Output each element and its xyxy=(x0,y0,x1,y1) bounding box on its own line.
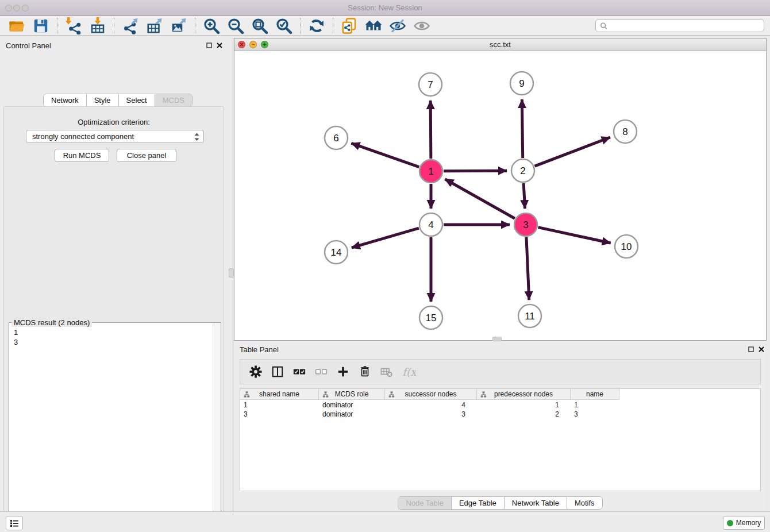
export-network-button[interactable] xyxy=(122,17,139,34)
memory-button[interactable]: Memory xyxy=(723,516,765,530)
hide-selected-button[interactable] xyxy=(389,17,406,34)
table-cell[interactable]: 1 xyxy=(477,400,571,410)
graph-node-label-1: 1 xyxy=(428,166,433,177)
tab-network[interactable]: Network xyxy=(44,94,87,106)
column-header-label: successor nodes xyxy=(405,390,456,398)
tab-node-table[interactable]: Node Table xyxy=(398,497,452,509)
import-table-button[interactable] xyxy=(89,17,106,34)
delete-row-button[interactable] xyxy=(357,364,372,379)
tab-edge-table[interactable]: Edge Table xyxy=(452,497,505,509)
table-cell[interactable]: 3 xyxy=(385,410,477,419)
vertical-splitter-handle[interactable] xyxy=(229,268,234,277)
float-table-panel-icon[interactable] xyxy=(748,346,754,353)
search-field[interactable] xyxy=(595,19,764,32)
zoom-out-button[interactable] xyxy=(227,17,244,34)
graph-edge-3-1[interactable] xyxy=(445,179,514,218)
column-header-MCDS-role[interactable]: MCDS role xyxy=(319,389,385,400)
close-table-panel-icon[interactable] xyxy=(758,346,765,353)
graph-node-label-14: 14 xyxy=(331,247,342,258)
table-row[interactable]: 3dominator323 xyxy=(240,410,619,419)
export-image-button[interactable] xyxy=(170,17,187,34)
zoom-out-icon xyxy=(227,17,244,34)
mcds-result-title: MCDS result (2 nodes) xyxy=(11,318,92,327)
search-icon xyxy=(600,22,607,30)
show-all-icon xyxy=(413,17,430,34)
zoom-selected-button[interactable] xyxy=(275,17,292,34)
control-panel-tabs: NetworkStyleSelectMCDS xyxy=(43,94,192,107)
task-history-button[interactable] xyxy=(6,516,23,530)
deselect-all-button[interactable] xyxy=(314,364,329,379)
zoom-in-icon xyxy=(203,17,220,34)
table-cell[interactable]: 3 xyxy=(240,410,319,419)
table-cell[interactable]: dominator xyxy=(319,400,385,410)
column-header-label: MCDS role xyxy=(335,390,369,398)
network-canvas[interactable]: 7968124314101511 xyxy=(234,51,766,340)
close-panel-button[interactable]: Close panel xyxy=(117,149,176,162)
graph-edge-4-14[interactable] xyxy=(352,228,419,248)
column-header-successor-nodes[interactable]: successor nodes xyxy=(385,389,477,400)
table-cell[interactable]: 1 xyxy=(571,400,619,410)
save-session-button[interactable] xyxy=(32,17,49,34)
float-panel-icon[interactable] xyxy=(206,42,213,49)
function-builder-icon: f(x) xyxy=(401,364,416,379)
criterion-dropdown[interactable]: strongly connected component xyxy=(26,130,204,143)
table-cell[interactable]: dominator xyxy=(319,410,385,419)
clone-network-button[interactable] xyxy=(341,17,358,34)
show-all-button[interactable] xyxy=(413,17,430,34)
graph-edge-3-11[interactable] xyxy=(526,237,529,300)
refresh-view-button[interactable] xyxy=(308,17,325,34)
search-input[interactable] xyxy=(610,20,760,31)
first-neighbors-button[interactable] xyxy=(365,17,382,34)
mcds-result-list: 13 xyxy=(14,327,18,347)
criterion-dropdown-value: strongly connected component xyxy=(32,132,134,141)
show-columns-button[interactable] xyxy=(270,364,285,379)
refresh-view-icon xyxy=(308,17,325,34)
status-bar: Memory xyxy=(0,511,770,532)
graph-edge-2-9[interactable] xyxy=(522,99,522,158)
table-panel-title: Table Panel xyxy=(240,345,279,354)
export-table-button[interactable] xyxy=(146,17,163,34)
close-panel-icon[interactable] xyxy=(216,42,223,49)
network-window-titlebar[interactable]: scc.txt xyxy=(234,38,766,51)
import-network-button[interactable] xyxy=(65,17,82,34)
tab-motifs[interactable]: Motifs xyxy=(567,497,602,509)
table-cell[interactable]: 4 xyxy=(385,400,477,410)
tab-style[interactable]: Style xyxy=(87,94,119,106)
graph-edge-1-7[interactable] xyxy=(430,101,431,159)
run-mcds-button[interactable]: Run MCDS xyxy=(55,149,109,162)
graph-edge-1-2[interactable] xyxy=(444,171,507,171)
result-scrollbar[interactable] xyxy=(213,323,221,532)
graph-edge-3-10[interactable] xyxy=(538,228,610,243)
graph-edge-2-3[interactable] xyxy=(523,183,525,209)
graph-edge-2-8[interactable] xyxy=(535,137,610,166)
result-line: 1 xyxy=(14,327,18,337)
column-header-name[interactable]: name xyxy=(571,389,619,400)
zoom-fit-content-icon xyxy=(251,17,268,34)
tab-network-table[interactable]: Network Table xyxy=(505,497,567,509)
column-header-predecessor-nodes[interactable]: predecessor nodes xyxy=(477,389,571,400)
mcds-result-box: MCDS result (2 nodes) 13 xyxy=(9,322,221,532)
table-row[interactable]: 1dominator411 xyxy=(240,400,619,410)
export-network-icon xyxy=(122,17,139,34)
open-session-button[interactable] xyxy=(8,17,25,34)
horizontal-splitter-handle[interactable] xyxy=(492,337,502,341)
table-cell[interactable]: 2 xyxy=(477,410,571,419)
save-session-icon xyxy=(32,17,49,34)
select-all-button[interactable] xyxy=(292,364,307,379)
toolbar-separator xyxy=(333,18,333,34)
table-options-gear-button[interactable] xyxy=(248,364,263,379)
tab-select[interactable]: Select xyxy=(119,94,155,106)
column-header-shared-name[interactable]: shared name xyxy=(240,389,319,400)
add-row-button[interactable] xyxy=(336,364,351,379)
result-line: 3 xyxy=(14,337,18,347)
graph-edge-1-6[interactable] xyxy=(351,143,419,167)
table-cell[interactable]: 1 xyxy=(240,400,319,410)
zoom-fit-content-button[interactable] xyxy=(251,17,268,34)
tab-mcds[interactable]: MCDS xyxy=(155,94,192,106)
graph-node-label-8: 8 xyxy=(622,126,627,137)
graph-node-label-10: 10 xyxy=(621,241,632,252)
deselect-all-icon xyxy=(315,365,328,378)
zoom-in-button[interactable] xyxy=(203,17,220,34)
add-row-icon xyxy=(337,365,349,378)
table-cell[interactable]: 3 xyxy=(571,410,619,419)
